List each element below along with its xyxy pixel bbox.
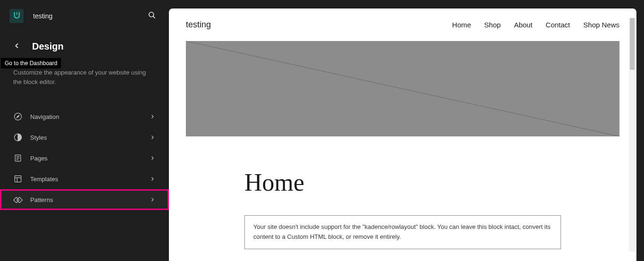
- search-button[interactable]: [144, 8, 159, 24]
- sidebar-header-row: Design: [13, 41, 156, 52]
- sidebar-item-label: Navigation: [30, 113, 142, 120]
- svg-marker-3: [17, 116, 19, 118]
- chevron-right-icon: [149, 113, 156, 120]
- site-header: testing Home Shop About Contact Shop New…: [169, 8, 636, 41]
- compass-icon: [13, 112, 23, 121]
- svg-line-14: [186, 41, 619, 136]
- scrollbar-thumb[interactable]: [630, 18, 635, 70]
- scrollbar-track[interactable]: [629, 18, 636, 252]
- nav-link-about[interactable]: About: [514, 21, 532, 29]
- preview-area: testing Home Shop About Contact Shop New…: [169, 0, 644, 261]
- svg-rect-9: [15, 176, 21, 182]
- sidebar-item-pages[interactable]: Pages: [0, 148, 169, 168]
- site-nav: Home Shop About Contact Shop News: [452, 21, 619, 29]
- sidebar-item-patterns[interactable]: Patterns: [0, 189, 169, 210]
- sidebar-item-navigation[interactable]: Navigation: [0, 106, 169, 127]
- page-icon: [13, 153, 23, 163]
- sidebar-top-bar: ᕫ testing: [0, 0, 169, 32]
- panel-description: Customize the appearance of your website…: [13, 68, 156, 86]
- nav-link-shop-news[interactable]: Shop News: [583, 21, 619, 29]
- nav-link-home[interactable]: Home: [452, 21, 471, 29]
- chevron-right-icon: [149, 155, 156, 161]
- nav-link-shop[interactable]: Shop: [484, 21, 501, 29]
- preview-canvas[interactable]: testing Home Shop About Contact Shop New…: [169, 8, 636, 261]
- chevron-right-icon: [149, 134, 156, 141]
- site-logo[interactable]: ᕫ: [9, 9, 24, 23]
- site-title[interactable]: testing: [33, 12, 135, 20]
- sidebar-item-styles[interactable]: Styles: [0, 127, 169, 148]
- sidebar-item-label: Styles: [30, 134, 142, 141]
- chevron-left-icon: [13, 44, 21, 51]
- app-root: ᕫ testing Design Go to the Dashboard Cus…: [0, 0, 644, 261]
- page-body: Home Your site doesn't include support f…: [169, 136, 636, 249]
- half-circle-icon: [13, 133, 23, 142]
- back-button[interactable]: [13, 42, 21, 51]
- sidebar-item-label: Pages: [30, 155, 142, 162]
- search-icon: [147, 14, 157, 21]
- block-support-notice: Your site doesn't include support for th…: [244, 215, 561, 249]
- svg-point-0: [149, 12, 154, 17]
- editor-sidebar: ᕫ testing Design Go to the Dashboard Cus…: [0, 0, 169, 261]
- nav-link-contact[interactable]: Contact: [546, 21, 570, 29]
- panel-title: Design: [32, 41, 64, 52]
- page-title: Home: [244, 168, 561, 196]
- hero-placeholder: [186, 41, 619, 136]
- sidebar-item-label: Patterns: [30, 196, 142, 203]
- dashboard-tooltip: Go to the Dashboard: [1, 58, 61, 68]
- sidebar-item-label: Templates: [30, 176, 142, 183]
- sidebar-header: Design Go to the Dashboard Customize the…: [0, 32, 169, 86]
- chevron-right-icon: [149, 176, 156, 182]
- layout-icon: [13, 174, 23, 184]
- chevron-right-icon: [149, 196, 156, 203]
- sidebar-menu: Navigation Styles Pages: [0, 106, 169, 210]
- preview-site-name[interactable]: testing: [186, 20, 211, 30]
- sidebar-item-templates[interactable]: Templates: [0, 168, 169, 189]
- patterns-icon: [13, 195, 23, 204]
- svg-line-1: [153, 17, 155, 18]
